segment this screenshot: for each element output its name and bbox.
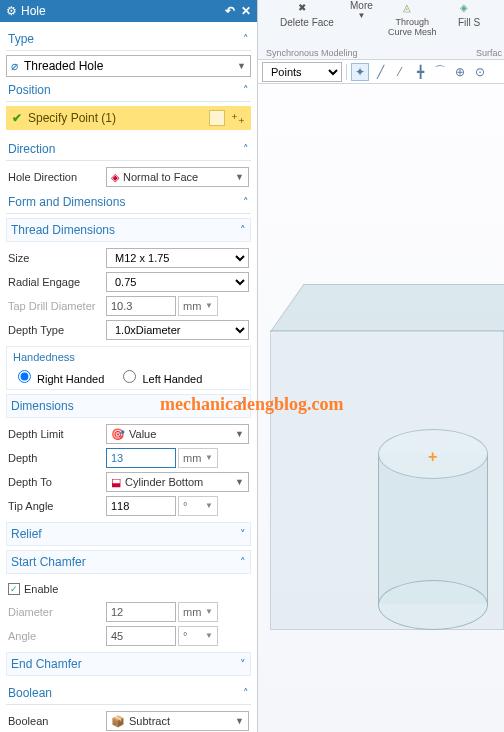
right-handed-radio[interactable]: Right Handed — [13, 367, 104, 385]
chevron-down-icon: ˅ — [240, 528, 246, 541]
sketch-icon[interactable] — [209, 110, 225, 126]
snap-select[interactable]: Points — [262, 62, 342, 82]
chevron-up-icon: ˄ — [243, 143, 249, 156]
delete-face-button[interactable]: ✖ Delete Face — [280, 2, 334, 28]
subtract-icon: 📦 — [111, 715, 125, 728]
dropdown-icon: ▼ — [235, 716, 244, 726]
section-boolean[interactable]: Boolean ˄ — [6, 680, 251, 705]
chevron-down-icon: ˅ — [240, 658, 246, 671]
close-icon[interactable]: ✕ — [241, 4, 251, 18]
chevron-up-icon: ˄ — [240, 556, 246, 569]
handedness-label: Handedness — [13, 351, 244, 363]
snap-line-icon[interactable]: ╱ — [371, 63, 389, 81]
tip-angle-input[interactable] — [106, 496, 176, 516]
snap-edge-icon[interactable]: ⁄ — [391, 63, 409, 81]
add-point-icon[interactable]: ⁺₊ — [231, 111, 245, 126]
enable-chamfer-checkbox[interactable]: ✓ Enable — [8, 583, 58, 595]
snap-plus-icon[interactable]: ╋ — [411, 63, 429, 81]
normal-icon: ◈ — [111, 171, 119, 184]
dropdown-icon: ▼ — [235, 429, 244, 439]
selection-toolbar: Points ✦ ╱ ⁄ ╋ ⌒ ⊕ ⊙ — [258, 60, 504, 84]
subsection-end-chamfer[interactable]: End Chamfer ˅ — [6, 652, 251, 676]
snap-circle-icon[interactable]: ⊕ — [451, 63, 469, 81]
ribbon: ✖ Delete Face More▼ ◬ Through Curve Mesh… — [258, 0, 504, 60]
section-form[interactable]: Form and Dimensions ˄ — [6, 189, 251, 214]
subsection-thread[interactable]: Thread Dimensions ˄ — [6, 218, 251, 242]
hole-direction-label: Hole Direction — [8, 171, 106, 183]
depth-limit-select[interactable]: 🎯 Value ▼ — [106, 424, 249, 444]
depth-unit[interactable]: mm▼ — [178, 448, 218, 468]
more-button[interactable]: More▼ — [350, 0, 373, 20]
subsection-dimensions[interactable]: Dimensions ˄ — [6, 394, 251, 418]
radial-engage-select[interactable]: 0.75 — [106, 272, 249, 292]
gear-icon: ⚙ — [6, 4, 17, 18]
tap-drill-input — [106, 296, 176, 316]
chevron-up-icon: ˄ — [240, 400, 246, 413]
chamfer-diameter-unit: mm▼ — [178, 602, 218, 622]
dropdown-icon: ▼ — [237, 61, 246, 71]
curve-mesh-icon: ◬ — [403, 2, 421, 16]
3d-viewport[interactable]: + — [258, 84, 504, 732]
chevron-up-icon: ˄ — [243, 687, 249, 700]
check-icon: ✔ — [12, 111, 22, 125]
subsection-relief[interactable]: Relief ˅ — [6, 522, 251, 546]
ribbon-group-sync: Synchronous Modeling — [266, 48, 358, 58]
curve-mesh-button[interactable]: ◬ Through Curve Mesh — [388, 2, 437, 37]
hole-center-marker[interactable]: + — [428, 448, 437, 466]
hole-direction-select[interactable]: ◈ Normal to Face ▼ — [106, 167, 249, 187]
chevron-up-icon: ˄ — [243, 84, 249, 97]
dropdown-icon: ▼ — [235, 172, 244, 182]
section-position[interactable]: Position ˄ — [6, 77, 251, 102]
depth-type-select[interactable]: 1.0xDiameter — [106, 320, 249, 340]
hole-type-select[interactable]: ⌀ Threaded Hole ▼ — [6, 55, 251, 77]
tap-unit: mm▼ — [178, 296, 218, 316]
thread-icon: ⌀ — [11, 59, 18, 73]
left-handed-radio[interactable]: Left Handed — [118, 367, 202, 385]
chevron-up-icon: ˄ — [240, 224, 246, 237]
value-icon: 🎯 — [111, 428, 125, 441]
section-type[interactable]: Type ˄ — [6, 26, 251, 51]
delete-face-icon: ✖ — [298, 2, 316, 16]
undo-icon[interactable]: ↶ — [225, 4, 235, 18]
depth-to-select[interactable]: ⬓ Cylinder Bottom ▼ — [106, 472, 249, 492]
boolean-select[interactable]: 📦 Subtract ▼ — [106, 711, 249, 731]
snap-diamond-icon[interactable]: ✦ — [351, 63, 369, 81]
model-body: + — [270, 284, 504, 644]
snap-arc-icon[interactable]: ⌒ — [431, 63, 449, 81]
subsection-start-chamfer[interactable]: Start Chamfer ˄ — [6, 550, 251, 574]
snap-point-icon[interactable]: ⊙ — [471, 63, 489, 81]
chamfer-angle-input — [106, 626, 176, 646]
dialog-titlebar[interactable]: ⚙ Hole ↶ ✕ — [0, 0, 257, 22]
depth-input[interactable] — [106, 448, 176, 468]
dialog-title: Hole — [21, 4, 46, 18]
chevron-up-icon: ˄ — [243, 33, 249, 46]
fill-surface-button[interactable]: ◈ Fill S — [458, 2, 480, 28]
fill-icon: ◈ — [460, 2, 478, 16]
dropdown-icon: ▼ — [235, 477, 244, 487]
ribbon-group-surface: Surfac — [476, 48, 502, 58]
chamfer-diameter-input — [106, 602, 176, 622]
tip-unit[interactable]: °▼ — [178, 496, 218, 516]
thread-size-select[interactable]: M12 x 1.75 — [106, 248, 249, 268]
cylinder-bottom-icon: ⬓ — [111, 476, 121, 489]
chamfer-angle-unit: °▼ — [178, 626, 218, 646]
specify-point-row[interactable]: ✔ Specify Point (1) ⁺₊ — [6, 106, 251, 130]
chevron-up-icon: ˄ — [243, 196, 249, 209]
section-direction[interactable]: Direction ˄ — [6, 136, 251, 161]
